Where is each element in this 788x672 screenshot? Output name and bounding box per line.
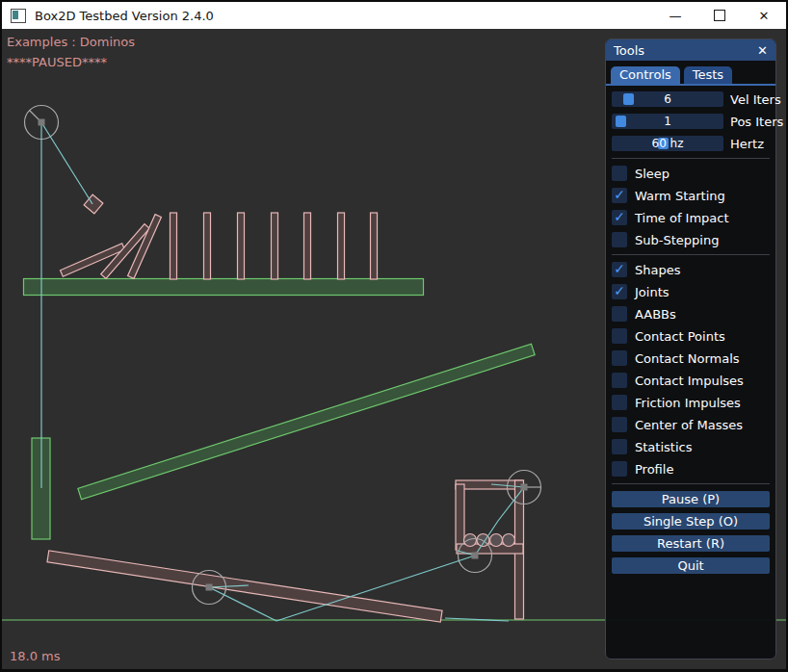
window-title: Box2D Testbed Version 2.4.0 — [35, 9, 214, 23]
paused-label: ****PAUSED**** — [7, 55, 107, 69]
example-name-label: Examples : Dominos — [7, 35, 135, 49]
checkbox-label: Sub-Stepping — [635, 233, 719, 247]
restart-r-button[interactable]: Restart (R) — [612, 535, 770, 552]
single-step-o-button[interactable]: Single Step (O) — [612, 513, 770, 530]
quit-button[interactable]: Quit — [612, 557, 770, 574]
slider-value: 6 — [612, 91, 723, 107]
checkbox-label: Contact Points — [635, 329, 725, 344]
checkbox-label: Statistics — [635, 440, 692, 454]
app-icon — [11, 9, 26, 23]
checkbox-row-contact-normals[interactable]: Contact Normals — [612, 350, 770, 366]
checkbox-checked[interactable]: ✓ — [612, 210, 627, 225]
domino-upright-1 — [171, 213, 177, 279]
checkbox-row-statistics[interactable]: Statistics — [612, 439, 770, 454]
slider-label: Pos Iters — [730, 115, 783, 129]
checkbox-unchecked[interactable] — [612, 439, 627, 454]
checkbox-label: Friction Impulses — [635, 396, 741, 410]
minimize-button[interactable]: — — [653, 2, 697, 29]
anchor-frame-top — [521, 484, 528, 491]
checkbox-label: Sleep — [635, 167, 670, 181]
checkbox-label: Center of Masses — [635, 418, 743, 432]
checkbox-row-aabbs[interactable]: AABBs — [612, 306, 770, 322]
separator — [612, 254, 770, 255]
box2d-testbed-window: { "window": { "title": "Box2D Testbed Ve… — [0, 0, 788, 672]
anchor-hanging — [472, 553, 479, 559]
slider-row-hertz: 60 hzHertz — [612, 136, 770, 151]
checkbox-label: Profile — [635, 462, 673, 477]
slider-label: Hertz — [730, 137, 764, 151]
window-controls: — ✕ — [653, 2, 786, 29]
tab-controls[interactable]: Controls — [611, 66, 680, 84]
domino-upright-4 — [272, 213, 278, 279]
checkbox-checked[interactable]: ✓ — [612, 188, 627, 203]
checkbox-row-center-of-masses[interactable]: Center of Masses — [612, 417, 770, 432]
anchor-seesaw — [206, 584, 213, 591]
checkbox-row-time-of-impact[interactable]: ✓Time of Impact — [612, 210, 770, 225]
checkbox-unchecked[interactable] — [612, 395, 627, 410]
domino-upright-3 — [238, 213, 245, 279]
checkbox-unchecked[interactable] — [612, 350, 627, 366]
slider-value: 60 hz — [612, 136, 723, 151]
checkbox-label: Shapes — [635, 263, 680, 277]
slider-hertz[interactable]: 60 hz — [612, 136, 723, 151]
checkbox-label: Warm Starting — [635, 189, 725, 203]
separator — [612, 483, 770, 484]
tools-panel: Tools ✕ ControlsTests 6Vel Iters1Pos Ite… — [605, 39, 776, 659]
cradle-ball-3 — [490, 534, 503, 547]
checkbox-unchecked[interactable] — [612, 166, 627, 181]
checkbox-row-profile[interactable]: Profile — [612, 461, 770, 477]
slider-label: Vel Iters — [730, 92, 781, 107]
frame-top-bar — [456, 480, 523, 489]
checkbox-unchecked[interactable] — [612, 461, 627, 477]
checkbox-unchecked[interactable] — [612, 373, 627, 388]
cradle-ball-1 — [464, 534, 477, 547]
frame-left-post — [456, 484, 464, 550]
checkbox-row-friction-impulses[interactable]: Friction Impulses — [612, 395, 770, 410]
checkbox-label: Time of Impact — [635, 211, 729, 225]
checkbox-row-contact-points[interactable]: Contact Points — [612, 328, 770, 344]
checkbox-label: AABBs — [635, 307, 676, 322]
panel-content: 6Vel Iters1Pos Iters60 hzHertzSleep✓Warm… — [606, 86, 775, 574]
checkbox-checked[interactable]: ✓ — [612, 262, 627, 277]
checkbox-label: Contact Normals — [635, 351, 740, 366]
checkbox-unchecked[interactable] — [612, 232, 627, 247]
checkbox-unchecked[interactable] — [612, 328, 627, 344]
slider-row-pos-iters: 1Pos Iters — [612, 114, 770, 129]
checkbox-label: Joints — [635, 285, 670, 299]
slider-vel-iters[interactable]: 6 — [612, 91, 723, 107]
panel-close-icon[interactable]: ✕ — [757, 44, 768, 57]
checkbox-row-sub-stepping[interactable]: Sub-Stepping — [612, 232, 770, 247]
maximize-button[interactable] — [697, 2, 742, 29]
window-titlebar[interactable]: Box2D Testbed Version 2.4.0 — ✕ — [2, 2, 786, 29]
maximize-icon — [714, 10, 725, 21]
pause-p-button[interactable]: Pause (P) — [612, 491, 770, 507]
separator — [612, 158, 770, 159]
domino-upright-6 — [338, 213, 345, 279]
checkbox-row-sleep[interactable]: Sleep — [612, 166, 770, 181]
checkbox-checked[interactable]: ✓ — [612, 284, 627, 299]
anchor-pendulum — [39, 119, 45, 126]
domino-upright-5 — [304, 213, 311, 279]
close-button[interactable]: ✕ — [742, 2, 786, 29]
slider-pos-iters[interactable]: 1 — [612, 114, 723, 129]
slider-value: 1 — [612, 114, 723, 129]
tab-bar: ControlsTests — [606, 61, 775, 86]
domino-upright-2 — [204, 213, 211, 279]
checkbox-row-shapes[interactable]: ✓Shapes — [612, 262, 770, 277]
checkbox-row-warm-starting[interactable]: ✓Warm Starting — [612, 188, 770, 203]
cradle-ball-4 — [503, 534, 515, 547]
checkbox-row-contact-impulses[interactable]: Contact Impulses — [612, 373, 770, 388]
tab-tests[interactable]: Tests — [684, 66, 732, 84]
checkbox-unchecked[interactable] — [612, 417, 627, 432]
tools-panel-titlebar[interactable]: Tools ✕ — [606, 39, 775, 61]
domino-platform — [24, 279, 424, 296]
checkbox-label: Contact Impulses — [635, 374, 744, 388]
domino-upright-7 — [371, 213, 378, 279]
slider-row-vel-iters: 6Vel Iters — [612, 91, 770, 107]
tools-panel-title: Tools — [614, 43, 644, 58]
frame-time-label: 18.0 ms — [10, 649, 61, 663]
checkbox-row-joints[interactable]: ✓Joints — [612, 284, 770, 299]
checkbox-unchecked[interactable] — [612, 306, 627, 322]
